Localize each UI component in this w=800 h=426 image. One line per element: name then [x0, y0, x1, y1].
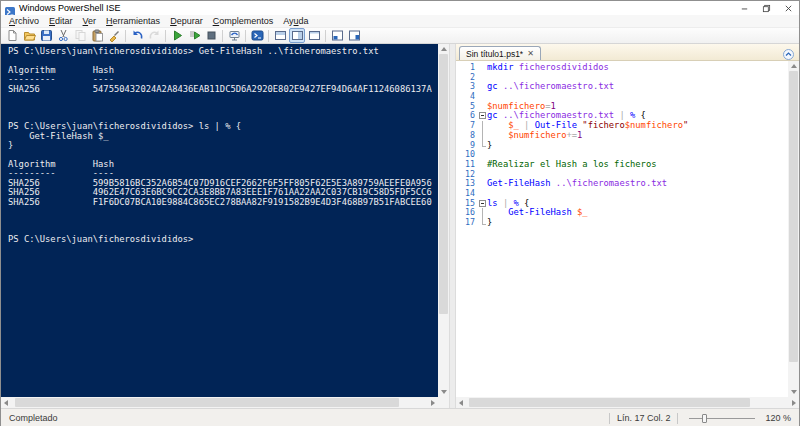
console-output[interactable]: PS C:\Users\juan\ficherosdivididos> Get-… — [1, 44, 438, 245]
code-text: } — [487, 218, 788, 228]
toolbar-separator — [125, 30, 126, 42]
tab-close-icon[interactable]: ✕ — [527, 50, 534, 58]
run-script-icon[interactable] — [169, 28, 185, 43]
powershell-ise-window: Windows PowerShell ISE ArchivoEditarVerH… — [0, 0, 800, 426]
save-icon[interactable] — [38, 28, 54, 43]
fold-margin — [478, 170, 487, 180]
status-text: Completado — [1, 413, 602, 423]
scroll-up-icon[interactable] — [788, 61, 799, 71]
fold-margin — [478, 218, 487, 228]
code-text: $numfichero+=1 — [487, 131, 788, 141]
zoom-slider[interactable] — [689, 413, 755, 424]
fold-margin — [478, 141, 487, 151]
toolbar-separator — [165, 30, 166, 42]
window-title: Windows PowerShell ISE — [19, 3, 121, 13]
menu-item-editar[interactable]: Editar — [44, 15, 78, 28]
code-text: Get-FileHash $_ — [487, 208, 788, 218]
zoom-level: 120 % — [759, 413, 799, 423]
scroll-down-icon[interactable] — [788, 387, 799, 397]
toolbar — [1, 28, 799, 44]
stop-icon[interactable] — [203, 28, 219, 43]
editor-line[interactable]: 8 $numfichero+=1 — [456, 131, 788, 141]
scroll-right-icon[interactable] — [428, 397, 438, 408]
code-text: gc ..\ficheromaestro.txt — [487, 82, 788, 92]
line-number: 17 — [456, 218, 478, 228]
editor-line[interactable]: 1mkdir ficherosdivididos — [456, 63, 788, 73]
code-text — [487, 189, 788, 199]
editor-body: 1mkdir ficherosdivididos23gc ..\ficherom… — [456, 61, 799, 397]
toolbar-separator — [245, 30, 246, 42]
console-horizontal-scrollbar[interactable] — [1, 397, 438, 408]
fold-margin — [478, 121, 487, 131]
code-text: #Realizar el Hash a los ficheros — [487, 160, 788, 170]
pane-splitter[interactable] — [449, 44, 456, 397]
scroll-up-icon[interactable] — [438, 44, 449, 54]
code-text: mkdir ficherosdivididos — [487, 63, 788, 73]
scroll-left-icon[interactable] — [456, 397, 466, 408]
copy-icon[interactable] — [72, 28, 88, 43]
editor-tab-bar: Sin título1.ps1* ✕ — [456, 44, 799, 61]
editor-line[interactable]: 3gc ..\ficheromaestro.txt — [456, 82, 788, 92]
tab-sin-titulo1[interactable]: Sin título1.ps1* ✕ — [459, 46, 541, 60]
fold-margin — [478, 208, 487, 218]
clear-console-icon[interactable] — [106, 28, 122, 43]
undo-icon[interactable] — [129, 28, 145, 43]
show-command-addon-icon[interactable] — [329, 28, 345, 43]
new-powershell-tab-icon[interactable] — [346, 28, 362, 43]
tab-label: Sin título1.ps1* — [466, 49, 523, 59]
paste-icon[interactable] — [89, 28, 105, 43]
powershell-ise-app-icon — [5, 3, 15, 13]
editor-line[interactable]: 17} — [456, 218, 788, 228]
zoom-slider-thumb[interactable] — [702, 414, 707, 423]
scroll-right-icon[interactable] — [789, 397, 799, 408]
open-script-icon[interactable] — [21, 28, 37, 43]
collapse-script-pane-icon[interactable] — [783, 46, 794, 57]
menu-item-archivo[interactable]: Archivo — [4, 15, 44, 28]
fold-margin — [478, 92, 487, 102]
toolbar-separator — [268, 30, 269, 42]
fold-margin — [478, 189, 487, 199]
minimize-button[interactable] — [733, 1, 755, 15]
fold-margin — [478, 82, 487, 92]
script-pane-top-icon[interactable] — [272, 28, 288, 43]
menu-item-ayuda[interactable]: Ayuda — [278, 15, 313, 28]
scroll-down-icon[interactable] — [438, 387, 449, 397]
fold-collapse-icon[interactable] — [478, 111, 487, 121]
console-vertical-scrollbar[interactable] — [438, 44, 449, 397]
code-text: } — [487, 141, 788, 151]
cut-icon[interactable] — [55, 28, 71, 43]
editor-horizontal-scrollbar[interactable] — [456, 397, 799, 408]
horizontal-scrollbar-row — [1, 397, 799, 408]
code-text: Get-FileHash ..\ficheromaestro.txt — [487, 179, 788, 189]
editor-vertical-scrollbar[interactable] — [788, 61, 799, 397]
new-remote-powershell-tab-icon[interactable] — [226, 28, 242, 43]
menu-item-herramientas[interactable]: Herramientas — [101, 15, 165, 28]
toolbar-separator — [222, 30, 223, 42]
console-pane[interactable]: PS C:\Users\juan\ficherosdivididos> Get-… — [1, 44, 438, 397]
fold-margin — [478, 150, 487, 160]
editor-line[interactable]: 11#Realizar el Hash a los ficheros — [456, 160, 788, 170]
editor-line[interactable]: 13Get-FileHash ..\ficheromaestro.txt — [456, 179, 788, 189]
new-script-icon[interactable] — [4, 28, 20, 43]
script-code-area[interactable]: 1mkdir ficherosdivididos23gc ..\ficherom… — [456, 61, 788, 397]
scroll-left-icon[interactable] — [1, 397, 11, 408]
editor-line[interactable]: 9} — [456, 141, 788, 151]
restore-button[interactable] — [755, 1, 777, 15]
fold-collapse-icon[interactable] — [478, 199, 487, 209]
redo-icon[interactable] — [146, 28, 162, 43]
fold-margin — [478, 102, 487, 112]
fold-margin — [478, 131, 487, 141]
script-pane-right-icon[interactable] — [289, 28, 305, 43]
script-pane-maximized-icon[interactable] — [306, 28, 322, 43]
menu-item-ver[interactable]: Ver — [78, 15, 102, 28]
menu-item-complementos[interactable]: Complementos — [208, 15, 279, 28]
menu-item-depurar[interactable]: Depurar — [165, 15, 208, 28]
main-area: PS C:\Users\juan\ficherosdivididos> Get-… — [1, 44, 799, 397]
script-editor-pane: Sin título1.ps1* ✕ 1mkdir ficherosdividi… — [456, 44, 799, 397]
start-powershell-icon[interactable] — [249, 28, 265, 43]
close-button[interactable] — [777, 1, 799, 15]
fold-margin — [478, 160, 487, 170]
run-selection-icon[interactable] — [186, 28, 202, 43]
editor-line[interactable]: 16 Get-FileHash $_ — [456, 208, 788, 218]
toolbar-separator — [325, 30, 326, 42]
